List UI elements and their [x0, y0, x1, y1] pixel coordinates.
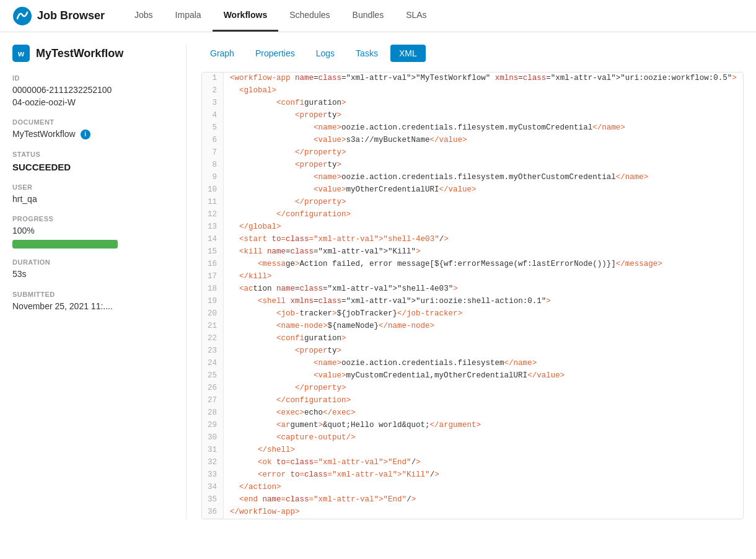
id-value: 0000006-211123225210004-oozie-oozi-W: [12, 84, 174, 108]
sub-tab-tasks[interactable]: Tasks: [347, 45, 387, 62]
line-number: 30: [202, 432, 224, 444]
main-content: w MyTestWorkflow ID 0000006-211123225210…: [0, 32, 756, 532]
user-value: hrt_qa: [12, 193, 174, 206]
line-number: 5: [202, 122, 224, 134]
nav-item-impala[interactable]: Impala: [164, 0, 213, 32]
line-number: 14: [202, 234, 224, 246]
line-number: 20: [202, 308, 224, 320]
xml-line: 28 <exec>echo</exec>: [202, 407, 743, 420]
document-label: DOCUMENT: [12, 118, 174, 126]
line-number: 35: [202, 494, 224, 506]
line-number: 11: [202, 196, 224, 209]
xml-line: 7 </property>: [202, 147, 743, 159]
line-code: </workflow-app>: [224, 506, 300, 519]
nav-item-jobs[interactable]: Jobs: [123, 0, 164, 32]
brand-label: Job Browser: [37, 9, 105, 22]
xml-line: 6 <value>s3a://myBucketName</value>: [202, 134, 743, 147]
xml-line: 8 <property>: [202, 159, 743, 172]
xml-line: 9 <name>oozie.action.credentials.filesys…: [202, 172, 743, 184]
nav-brand: Job Browser: [12, 6, 105, 26]
line-code: <value>myCustomCredential,myOtherCredent…: [224, 370, 565, 382]
xml-line: 35 <end name=class="xml-attr-val">"End"/…: [202, 494, 743, 506]
line-code: <message>Action failed, error message[${…: [224, 258, 662, 271]
sidebar-divider: [186, 45, 187, 519]
sub-tab-graph[interactable]: Graph: [201, 45, 243, 62]
line-code: <job-tracker>${jobTracker}</job-tracker>: [224, 308, 462, 320]
line-code: <exec>echo</exec>: [224, 407, 356, 420]
id-label: ID: [12, 74, 174, 82]
nav-item-schedules[interactable]: Schedules: [278, 0, 341, 32]
line-number: 36: [202, 506, 224, 519]
xml-line: 29 <argument>&quot;Hello world&quot;</ar…: [202, 420, 743, 432]
line-number: 4: [202, 110, 224, 122]
sub-tab-xml[interactable]: XML: [390, 45, 426, 62]
xml-viewer[interactable]: 1<workflow-app name=class="xml-attr-val"…: [201, 72, 744, 519]
line-code: <capture-output/>: [224, 432, 356, 444]
line-number: 31: [202, 444, 224, 457]
status-label: STATUS: [12, 151, 174, 158]
line-number: 24: [202, 358, 224, 370]
status-value: SUCCEEDED: [12, 161, 174, 174]
sub-tab-logs[interactable]: Logs: [307, 45, 343, 62]
xml-line: 34 </action>: [202, 482, 743, 494]
line-code: </action>: [224, 482, 281, 494]
line-code: <argument>&quot;Hello world&quot;</argum…: [224, 420, 481, 432]
xml-line: 16 <message>Action failed, error message…: [202, 258, 743, 271]
submitted-value: November 25, 2021 11:....: [12, 301, 174, 313]
progress-bar: [12, 240, 118, 249]
info-icon[interactable]: i: [81, 130, 90, 139]
line-number: 29: [202, 420, 224, 432]
line-code: <shell xmlns=class="xml-attr-val">"uri:o…: [224, 296, 551, 308]
line-code: <end name=class="xml-attr-val">"End"/>: [224, 494, 416, 506]
line-number: 17: [202, 271, 224, 283]
line-number: 15: [202, 246, 224, 258]
line-code: <error to=class="xml-attr-val">"Kill"/>: [224, 469, 439, 482]
progress-value: 100%: [12, 225, 174, 237]
xml-line: 18 <action name=class="xml-attr-val">"sh…: [202, 283, 743, 296]
line-number: 8: [202, 159, 224, 172]
nav-item-workflows[interactable]: Workflows: [213, 0, 279, 32]
xml-line: 14 <start to=class="xml-attr-val">"shell…: [202, 234, 743, 246]
submitted-section: SUBMITTED November 25, 2021 11:....: [12, 291, 174, 313]
line-number: 21: [202, 320, 224, 333]
line-number: 26: [202, 382, 224, 395]
line-number: 16: [202, 258, 224, 271]
status-section: STATUS SUCCEEDED: [12, 151, 174, 174]
xml-line: 19 <shell xmlns=class="xml-attr-val">"ur…: [202, 296, 743, 308]
nav-item-bundles[interactable]: Bundles: [341, 0, 395, 32]
xml-line: 13 </global>: [202, 221, 743, 234]
xml-line: 31 </shell>: [202, 444, 743, 457]
workflow-name: MyTestWorkflow: [36, 47, 123, 60]
nav-item-slas[interactable]: SLAs: [395, 0, 437, 32]
xml-line: 24 <name>oozie.action.credentials.filesy…: [202, 358, 743, 370]
line-number: 3: [202, 97, 224, 110]
xml-line: 4 <property>: [202, 110, 743, 122]
xml-line: 22 <configuration>: [202, 333, 743, 345]
xml-line: 21 <name-node>${nameNode}</name-node>: [202, 320, 743, 333]
line-number: 12: [202, 209, 224, 221]
xml-line: 5 <name>oozie.action.credentials.filesys…: [202, 122, 743, 134]
sub-tab-properties[interactable]: Properties: [247, 45, 304, 62]
xml-line: 33 <error to=class="xml-attr-val">"Kill"…: [202, 469, 743, 482]
line-code: <kill name=class="xml-attr-val">"Kill">: [224, 246, 421, 258]
progress-section: PROGRESS 100%: [12, 215, 174, 249]
duration-value: 53s: [12, 268, 174, 281]
line-number: 23: [202, 345, 224, 358]
xml-line: 11 </property>: [202, 196, 743, 209]
line-code: <name>oozie.action.credentials.filesyste…: [224, 122, 625, 134]
workflow-icon: w: [12, 45, 30, 62]
xml-line: 27 </configuration>: [202, 395, 743, 407]
line-number: 27: [202, 395, 224, 407]
line-code: </configuration>: [224, 395, 351, 407]
document-link[interactable]: MyTestWorkflow: [12, 129, 76, 139]
xml-line: 32 <ok to=class="xml-attr-val">"End"/>: [202, 457, 743, 469]
xml-line: 36</workflow-app>: [202, 506, 743, 519]
line-number: 13: [202, 221, 224, 234]
line-code: </property>: [224, 382, 346, 395]
line-code: <property>: [224, 345, 341, 358]
line-code: <workflow-app name=class="xml-attr-val">…: [224, 73, 737, 85]
submitted-label: SUBMITTED: [12, 291, 174, 298]
progress-label: PROGRESS: [12, 215, 174, 222]
line-code: </global>: [224, 221, 281, 234]
line-number: 25: [202, 370, 224, 382]
